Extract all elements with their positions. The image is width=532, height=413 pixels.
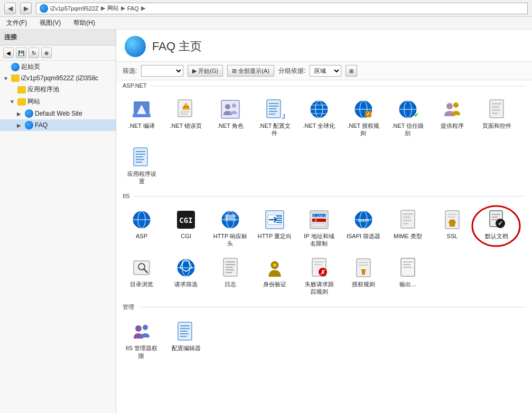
svg-rect-73 [403, 213, 413, 215]
icon-net-compile[interactable]: .NET 编译 [120, 95, 163, 141]
iis-section-header: IIS [116, 191, 532, 201]
sidebar-toolbar: ◀ 💾 ↻ ⊕ [0, 45, 116, 61]
icon-default-doc[interactable]: ✓ 默认文档 [475, 205, 518, 251]
filter-label: 筛选: [123, 67, 137, 76]
svg-rect-107 [314, 264, 322, 265]
provider-label: 提供程序 [441, 122, 464, 129]
filter-select[interactable] [141, 65, 183, 77]
menu-bar: 文件(F) 视图(V) 帮助(H) [0, 17, 532, 30]
show-all-button[interactable]: ⊞ 全部显示(A) [227, 65, 274, 77]
back-button[interactable]: ◀ [4, 3, 16, 14]
svg-text:192.168.0.1: 192.168.0.1 [310, 214, 329, 218]
icon-cgi[interactable]: CGI CGI [165, 205, 207, 251]
icon-ssl[interactable]: SSL [431, 205, 473, 251]
icon-provider[interactable]: 提供程序 [431, 95, 473, 141]
http-response-label: HTTP 响应标头 [213, 232, 248, 248]
svg-rect-55 [226, 218, 233, 219]
svg-rect-38 [492, 112, 498, 114]
svg-text:✓: ✓ [414, 110, 418, 119]
sidebar-back-btn[interactable]: ◀ [3, 48, 14, 58]
address-bar[interactable]: iZv1p57pqm9522Z ▶ 网站 ▶ FAQ ▶ [36, 3, 528, 14]
config-editor-icon [176, 321, 196, 342]
asp-label: ASP [136, 232, 147, 240]
icon-log[interactable]: 日志 [209, 254, 251, 299]
default-site-globe-icon [25, 109, 33, 118]
svg-rect-72 [401, 210, 415, 228]
icon-net-config[interactable]: .N .NET 配置文件 [254, 95, 296, 141]
icon-net-global[interactable]: .NET 全球化 [298, 95, 340, 141]
net-trust-icon: ✓ [398, 99, 418, 119]
view-toggle-button[interactable]: ⊞ [346, 65, 357, 77]
icon-http-response[interactable]: HTTP 响应标头 [209, 205, 251, 251]
group-select[interactable]: 区域 [310, 65, 341, 77]
sidebar-item-default-site[interactable]: ▶ Default Web Site [0, 108, 116, 119]
output-label: 输出... [399, 280, 416, 288]
sidebar-home-label: 起始页 [21, 62, 40, 71]
net-config-icon: .N [265, 99, 285, 120]
net-auth-icon: ✓ [353, 99, 374, 119]
icon-failed-req[interactable]: ✗ 失败请求跟踪规则 [298, 254, 340, 299]
output-icon [398, 257, 418, 278]
svg-rect-85 [492, 217, 498, 218]
icon-output[interactable]: 输出... [387, 254, 429, 299]
icon-net-trust[interactable]: ✓ .NET 信任级别 [387, 95, 429, 141]
icon-net-error[interactable]: 404 .NET 错误页 [165, 95, 207, 141]
home-globe-icon [11, 63, 20, 71]
sidebar-item-server[interactable]: ▼ iZv1p57pqm9522Z (iZl358c [0, 73, 116, 83]
svg-rect-12 [269, 103, 278, 104]
svg-rect-113 [362, 270, 365, 275]
icon-auth[interactable]: 身份验证 [254, 254, 296, 299]
icon-ip-restrict[interactable]: 192.168.0.1 ✗ IP 地址和域名限制 [298, 205, 340, 251]
svg-rect-75 [403, 220, 412, 221]
icon-iis-mgr[interactable]: IIS 管理器权限 [120, 317, 163, 363]
icon-config-editor[interactable]: 配置编辑器 [165, 317, 207, 363]
svg-rect-122 [180, 328, 190, 329]
svg-rect-7 [180, 114, 188, 115]
sidebar-item-apppool[interactable]: 应用程序池 [0, 83, 116, 96]
sidebar-item-faq[interactable]: ▶ FAQ [0, 119, 116, 131]
faq-globe-icon [25, 121, 33, 129]
aspnet-section-header: ASP.NET [116, 80, 532, 91]
svg-rect-8 [221, 100, 239, 118]
menu-help[interactable]: 帮助(H) [71, 17, 97, 29]
isapi-icon: ISAPI [353, 210, 374, 230]
main-layout: 连接 ◀ 💾 ↻ ⊕ 起始页 ▼ iZv1p57pqm9522Z (iZl358… [0, 30, 532, 413]
cgi-label: CGI [181, 232, 191, 240]
forward-button[interactable]: ▶ [20, 3, 32, 14]
icon-mime[interactable]: MIME 类型 [387, 205, 429, 251]
log-label: 日志 [225, 280, 236, 288]
svg-rect-13 [269, 106, 278, 107]
menu-view[interactable]: 视图(V) [38, 17, 63, 29]
sidebar-item-home[interactable]: 起始页 [0, 61, 116, 73]
svg-rect-6 [180, 111, 190, 112]
sidebar-extra-btn[interactable]: ⊕ [41, 48, 52, 58]
start-button[interactable]: ▶ 开始(G) [188, 65, 223, 77]
icon-dir-browse[interactable]: 目录浏览 [120, 254, 163, 299]
sidebar: 连接 ◀ 💾 ↻ ⊕ 起始页 ▼ iZv1p57pqm9522Z (iZl358… [0, 30, 116, 413]
icon-page-component[interactable]: 页面和控件 [475, 95, 518, 141]
provider-icon [442, 99, 462, 119]
management-label: 管理 [123, 303, 134, 311]
aspnet-label: ASP.NET [123, 82, 147, 89]
svg-rect-35 [492, 103, 501, 105]
sidebar-refresh-btn[interactable]: ↻ [29, 48, 39, 58]
menu-file[interactable]: 文件(F) [4, 17, 29, 29]
svg-rect-2 [133, 114, 151, 117]
svg-rect-125 [180, 336, 186, 337]
icon-isapi[interactable]: ISAPI ISAPI 筛选器 [342, 205, 385, 251]
icon-net-auth[interactable]: ✓ .NET 授权规则 [342, 95, 385, 141]
iis-mgr-label: IIS 管理器权限 [126, 344, 158, 360]
icon-asp[interactable]: ASP [120, 205, 163, 251]
icon-net-role[interactable]: .NET 角色 [209, 95, 251, 141]
sidebar-item-website-group[interactable]: ▼ 网站 [0, 96, 116, 108]
icon-request-filter[interactable]: 请求筛选 [165, 254, 207, 299]
sidebar-save-btn[interactable]: 💾 [16, 48, 26, 58]
svg-rect-37 [492, 109, 500, 111]
icon-http-redirect[interactable]: HTTP 重定向 [254, 205, 296, 251]
svg-rect-40 [136, 151, 145, 152]
svg-rect-117 [403, 267, 412, 268]
icon-app-setting[interactable]: 应用程序设置 [120, 143, 163, 189]
sidebar-default-site-label: Default Web Site [35, 110, 82, 117]
icon-auth-rules[interactable]: 授权规则 [342, 254, 385, 299]
svg-rect-44 [136, 162, 142, 163]
